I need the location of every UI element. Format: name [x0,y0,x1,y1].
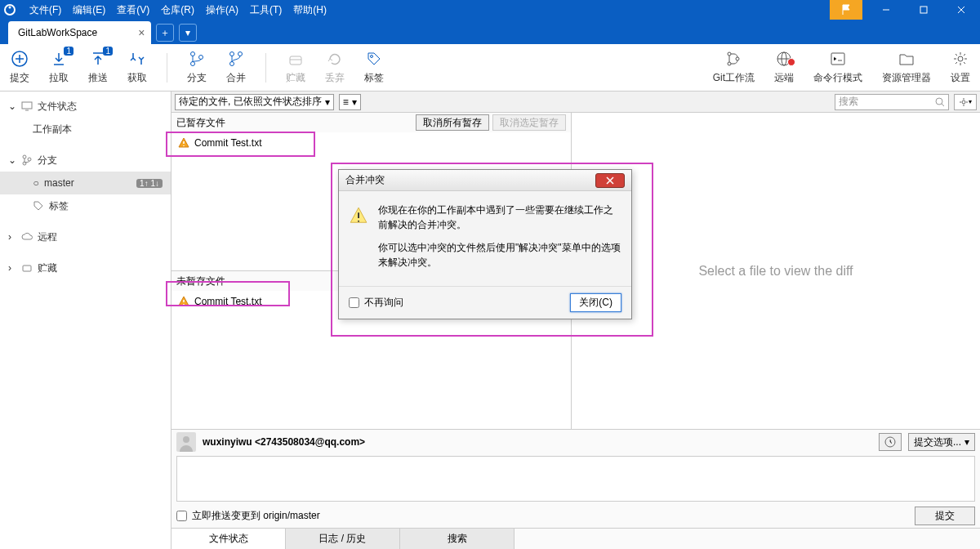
push-button[interactable]: 1推送 [88,50,108,85]
sidebar-tag[interactable]: 标签 [0,194,171,217]
gear-icon [959,97,969,107]
menu-edit[interactable]: 编辑(E) [73,3,105,17]
view-select[interactable]: ≡▾ [339,94,361,110]
history-button[interactable] [879,433,902,451]
sort-select[interactable]: 待定的文件, 已依照文件状态排序▾ [175,94,334,110]
menu-repo[interactable]: 仓库(R) [161,3,194,17]
settings-button[interactable]: 设置 [951,50,970,85]
dialog-line-2: 你可以选中冲突的文件然后使用"解决冲突"菜单中的选项来解决冲突。 [378,240,621,270]
stash-label: 贮藏 [286,71,305,85]
svg-point-21 [23,155,26,158]
sidebar-workcopy[interactable]: 工作副本 [0,118,171,141]
commit-author: wuxinyiwu <2743508034@qq.com> [203,436,365,448]
stash-button[interactable]: 贮藏 [286,50,305,85]
dont-ask-label: 不再询问 [364,296,403,310]
new-tab-button[interactable]: ＋ [156,24,174,42]
tab-log[interactable]: 日志 / 历史 [286,529,400,549]
push-immediately-checkbox[interactable] [176,511,187,521]
menu-action[interactable]: 操作(A) [206,3,238,17]
branch-button[interactable]: 分支 [187,50,207,85]
maximize-button[interactable] [905,0,942,20]
dialog-titlebar: 合并冲突 [339,170,631,191]
commit-submit-button[interactable]: 提交 [915,507,975,525]
svg-point-19 [958,56,963,61]
sidebar: ⌄文件状态 工作副本 ⌄分支 ○master1↑ 1↓ 标签 ›远程 ›贮藏 [0,92,172,549]
commit-button[interactable]: 提交 [10,50,29,85]
tab-list-button[interactable]: ▾ [179,24,197,42]
commit-message-input[interactable] [176,456,975,502]
remote-button[interactable]: 远端 [774,50,794,85]
menu-tool[interactable]: 工具(T) [250,3,282,17]
menu-file[interactable]: 文件(F) [29,3,61,17]
unstage-all-button[interactable]: 取消所有暂存 [416,114,489,131]
fetch-button[interactable]: 获取 [127,50,147,85]
filter-options-button[interactable]: ▾ [954,94,977,110]
svg-point-23 [28,158,31,161]
push-now-label: 立即推送变更到 origin/master [192,509,320,523]
sidebar-filestatus[interactable]: ⌄文件状态 [0,95,171,118]
commit-icon [11,50,29,68]
flag-icon[interactable] [830,0,862,20]
discard-button[interactable]: 丢弃 [325,50,345,85]
tag-button[interactable]: 标签 [364,50,384,85]
chevron-down-icon: ▾ [325,96,330,108]
push-label: 推送 [88,71,108,85]
minimize-button[interactable] [867,0,905,20]
terminal-button[interactable]: 命令行模式 [813,50,862,85]
gitflow-icon [724,50,742,68]
pull-button[interactable]: 1拉取 [49,50,69,85]
menu-help[interactable]: 帮助(H) [293,3,327,17]
tag-icon [365,50,383,68]
sidebar-stash[interactable]: ›贮藏 [0,257,171,279]
stash-icon [287,50,305,68]
dialog-close-button[interactable] [595,173,625,188]
sidebar-label: 分支 [38,154,57,167]
dialog-close-ok-button[interactable]: 关闭(C) [570,293,621,312]
sidebar-master[interactable]: ○master1↑ 1↓ [0,172,171,194]
terminal-icon [829,50,847,68]
explorer-button[interactable]: 资源管理器 [882,50,931,85]
unstaged-label: 未暂存文件 [176,274,225,288]
dont-ask-checkbox[interactable] [349,297,359,308]
tab-search[interactable]: 搜索 [400,529,514,549]
dialog-text: 你现在在你的工作副本中遇到了一些需要在继续工作之前解决的合并冲突。 你可以选中冲… [378,203,621,278]
merge-icon [227,50,245,68]
branch-icon [188,50,206,68]
search-input[interactable]: 搜索 [835,94,949,110]
discard-label: 丢弃 [325,71,345,85]
unstage-selected-button[interactable]: 取消选定暂存 [492,114,566,131]
gitflow-button[interactable]: Git工作流 [713,50,755,85]
svg-rect-20 [22,102,32,109]
commit-label: 提交 [10,71,29,85]
commit-options-button[interactable]: 提交选项...▾ [908,433,975,451]
tab-file-status[interactable]: 文件状态 [172,529,286,549]
svg-rect-24 [23,266,31,271]
workspace-tab[interactable]: GitLabWorkSpace × [8,21,151,44]
svg-point-14 [728,62,731,65]
explorer-label: 资源管理器 [882,71,931,85]
merge-conflict-dialog: 合并冲突 你现在在你的工作副本中遇到了一些需要在继续工作之前解决的合并冲突。 你… [338,169,632,319]
svg-rect-18 [831,53,844,65]
dialog-line-1: 你现在在你的工作副本中遇到了一些需要在继续工作之前解决的合并冲突。 [378,203,621,232]
sidebar-remote[interactable]: ›远程 [0,225,171,248]
close-button[interactable] [942,0,980,20]
staged-file-row[interactable]: Commit Test.txt [172,132,571,154]
merge-button[interactable]: 合并 [226,50,246,85]
pull-badge: 1 [64,47,74,56]
warning-icon [178,296,189,307]
diff-placeholder: Select a file to view the diff [572,113,980,429]
alert-dot-icon [787,58,795,66]
svg-point-25 [936,98,942,105]
remote-label: 远端 [774,71,794,85]
gitflow-label: Git工作流 [713,71,755,85]
titlebar: 文件(F) 编辑(E) 查看(V) 仓库(R) 操作(A) 工具(T) 帮助(H… [0,0,980,20]
branch-label: 分支 [187,71,207,85]
sidebar-branch[interactable]: ⌄分支 [0,149,171,172]
close-icon[interactable]: × [138,26,145,39]
branch-icon [21,154,33,166]
tag-icon [33,200,44,212]
sidebar-label: 工作副本 [33,123,72,136]
sidebar-label: 标签 [49,199,69,213]
menu-view[interactable]: 查看(V) [117,3,149,17]
gear-icon [951,50,969,68]
